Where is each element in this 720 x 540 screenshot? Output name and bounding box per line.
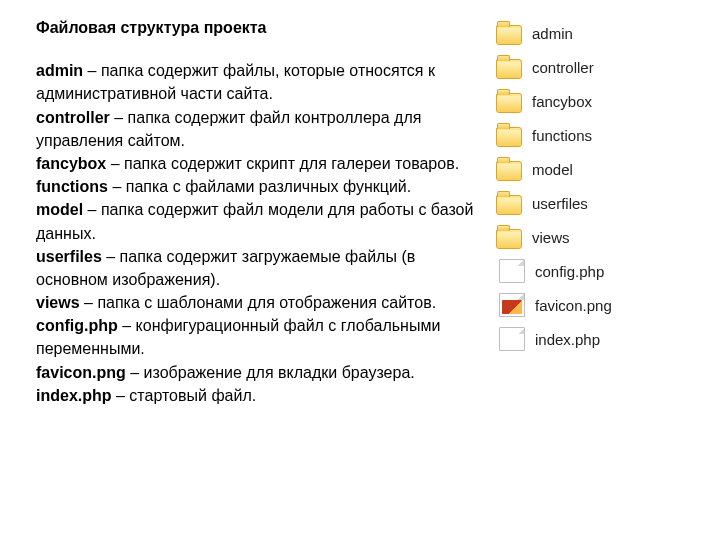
entry-model: model – папка содержит файл модели для р… bbox=[36, 198, 476, 244]
list-item: controller bbox=[492, 50, 682, 84]
list-item: functions bbox=[492, 118, 682, 152]
file-label: controller bbox=[532, 59, 594, 76]
entry-name: config.php bbox=[36, 317, 118, 334]
list-item: model bbox=[492, 152, 682, 186]
entry-views: views – папка с шаблонами для отображени… bbox=[36, 291, 476, 314]
folder-icon bbox=[496, 229, 522, 249]
entry-desc: – папка с шаблонами для отображения сайт… bbox=[80, 294, 437, 311]
file-icon bbox=[499, 259, 525, 283]
file-label: userfiles bbox=[532, 195, 588, 212]
file-listing: admin controller fancybox functions mode… bbox=[492, 16, 682, 524]
file-label: admin bbox=[532, 25, 573, 42]
entry-desc: – изображение для вкладки браузера. bbox=[126, 364, 415, 381]
entry-favicon: favicon.png – изображение для вкладки бр… bbox=[36, 361, 476, 384]
list-item: fancybox bbox=[492, 84, 682, 118]
folder-icon bbox=[496, 25, 522, 45]
file-label: views bbox=[532, 229, 570, 246]
folder-icon bbox=[496, 93, 522, 113]
entry-name: favicon.png bbox=[36, 364, 126, 381]
entry-desc: – папка содержит файлы, которые относятс… bbox=[36, 62, 435, 102]
entry-index: index.php – стартовый файл. bbox=[36, 384, 476, 407]
entry-fancybox: fancybox – папка содержит скрипт для гал… bbox=[36, 152, 476, 175]
entry-name: functions bbox=[36, 178, 108, 195]
entry-desc: – папка содержит скрипт для галереи това… bbox=[106, 155, 459, 172]
list-item: userfiles bbox=[492, 186, 682, 220]
folder-icon bbox=[496, 127, 522, 147]
image-file-icon bbox=[499, 293, 525, 317]
entry-name: admin bbox=[36, 62, 83, 79]
list-item: config.php bbox=[492, 254, 682, 288]
entry-name: userfiles bbox=[36, 248, 102, 265]
entry-userfiles: userfiles – папка содержит загружаемые ф… bbox=[36, 245, 476, 291]
folder-icon bbox=[496, 161, 522, 181]
description-column: Файловая структура проекта admin – папка… bbox=[36, 16, 476, 524]
entry-desc: – стартовый файл. bbox=[112, 387, 257, 404]
file-label: index.php bbox=[535, 331, 600, 348]
file-label: model bbox=[532, 161, 573, 178]
file-icon bbox=[499, 327, 525, 351]
list-item: index.php bbox=[492, 322, 682, 356]
entry-desc: – папка содержит файл модели для работы … bbox=[36, 201, 473, 241]
entry-name: index.php bbox=[36, 387, 112, 404]
file-label: functions bbox=[532, 127, 592, 144]
entry-name: views bbox=[36, 294, 80, 311]
entry-admin: admin – папка содержит файлы, которые от… bbox=[36, 59, 476, 105]
entry-desc: – папка с файлами различных функций. bbox=[108, 178, 411, 195]
entry-controller: controller – папка содержит файл контрол… bbox=[36, 106, 476, 152]
folder-icon bbox=[496, 59, 522, 79]
entry-config: config.php – конфигурационный файл с гло… bbox=[36, 314, 476, 360]
file-label: config.php bbox=[535, 263, 604, 280]
list-item: favicon.png bbox=[492, 288, 682, 322]
list-item: admin bbox=[492, 16, 682, 50]
list-item: views bbox=[492, 220, 682, 254]
page-title: Файловая структура проекта bbox=[36, 16, 476, 39]
file-label: favicon.png bbox=[535, 297, 612, 314]
entry-name: model bbox=[36, 201, 83, 218]
entry-functions: functions – папка с файлами различных фу… bbox=[36, 175, 476, 198]
entry-name: controller bbox=[36, 109, 110, 126]
file-label: fancybox bbox=[532, 93, 592, 110]
folder-icon bbox=[496, 195, 522, 215]
page: Файловая структура проекта admin – папка… bbox=[0, 0, 720, 540]
entry-name: fancybox bbox=[36, 155, 106, 172]
